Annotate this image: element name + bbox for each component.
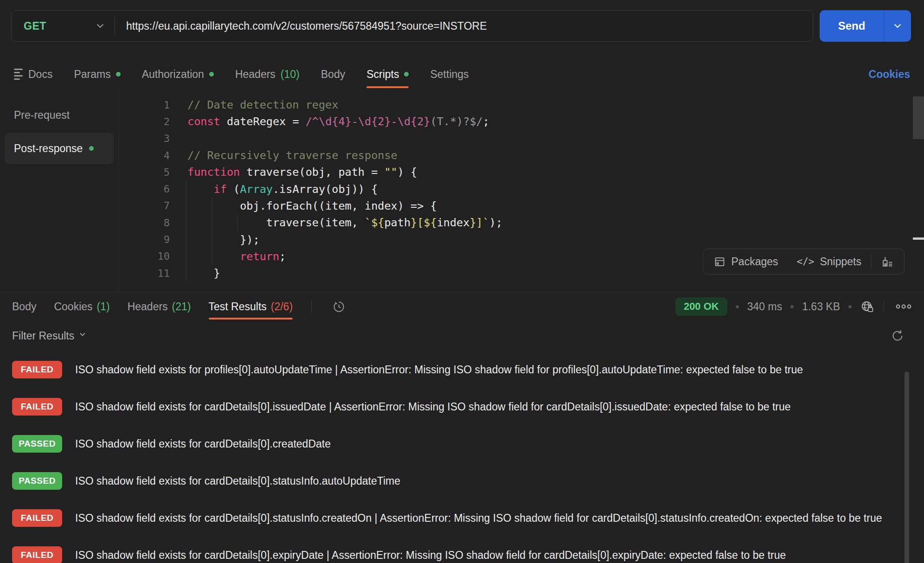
send-button[interactable]: Send (820, 10, 911, 42)
tab-settings[interactable]: Settings (430, 59, 468, 89)
editor-scroll-indicator[interactable] (913, 237, 924, 240)
test-status-badge: FAILED (12, 546, 62, 563)
network-info-icon[interactable] (860, 300, 874, 314)
code-text: traverse(item, `${path}[${index}]`); (187, 216, 502, 229)
send-label: Send (820, 19, 884, 32)
tab-headers[interactable]: Headers (10) (235, 59, 300, 89)
sidebar-item-post-response[interactable]: Post-response (5, 133, 114, 164)
cookies-count: (1) (97, 301, 110, 313)
test-result-row: FAILEDISO shadow field exists for cardDe… (12, 388, 896, 425)
url-input[interactable] (115, 11, 813, 41)
test-status-badge: PASSED (12, 435, 62, 453)
filter-results-dropdown[interactable]: Filter Results (12, 330, 74, 342)
response-tabs: Body Cookies (1) Headers (21) Test Resul… (12, 293, 346, 320)
tab-body[interactable]: Body (321, 59, 345, 89)
code-line: 4// Recursively traverse response (119, 147, 924, 164)
package-icon (713, 256, 726, 268)
code-editor[interactable]: 1// Date detection regex2const dateRegex… (119, 89, 924, 292)
test-results-list: FAILEDISO shadow field exists for profil… (0, 351, 924, 563)
code-line: 3 (119, 130, 924, 147)
test-status-badge: FAILED (12, 509, 62, 527)
tab-response-cookies[interactable]: Cookies (1) (54, 293, 109, 320)
editor-scrollbar[interactable] (913, 89, 924, 292)
indent-guide (212, 214, 212, 231)
code-text: obj.forEach((item, index) => { (187, 199, 437, 212)
sidebar-item-pre-request[interactable]: Pre-request (5, 103, 114, 127)
chevron-down-icon (97, 21, 103, 28)
tab-response-headers[interactable]: Headers (21) (128, 293, 191, 320)
line-number: 3 (119, 133, 170, 144)
test-result-row: FAILEDISO shadow field exists for cardDe… (12, 499, 896, 537)
tab-params[interactable]: Params (74, 59, 120, 89)
separator-dot (790, 305, 794, 308)
test-result-row: PASSEDISO shadow field exists for cardDe… (12, 462, 896, 499)
test-result-row: PASSEDISO shadow field exists for cardDe… (12, 425, 896, 462)
tidy-code-button[interactable] (880, 255, 894, 269)
response-status-group: 200 OK 340 ms 1.63 KB (675, 297, 912, 316)
api-client-window: GET Send Docs Params Authorization (0, 0, 924, 563)
code-line: 9 }); (119, 231, 924, 248)
snippets-button[interactable]: Snippets (820, 256, 861, 268)
modified-dot (404, 72, 409, 77)
tab-label: Authorization (142, 68, 204, 81)
request-tabs: Docs Params Authorization Headers (10) B… (0, 59, 924, 89)
response-panel: Body Cookies (1) Headers (21) Test Resul… (0, 292, 924, 563)
history-button[interactable] (332, 300, 346, 313)
tab-label: Docs (28, 68, 52, 81)
code-text: // Date detection regex (187, 98, 338, 111)
indent-guide (212, 231, 212, 248)
tab-label: Scripts (366, 68, 399, 81)
response-toolbar: Body Cookies (1) Headers (21) Test Resul… (0, 293, 924, 320)
tab-scripts[interactable]: Scripts (366, 59, 409, 89)
code-line: 7 obj.forEach((item, index) => { (119, 198, 924, 214)
tab-response-body[interactable]: Body (12, 293, 36, 320)
request-bar: GET Send (11, 10, 911, 42)
test-status-badge: FAILED (12, 398, 62, 416)
editor-tools-pill: Packages </> Snippets (703, 249, 905, 275)
separator-dot (848, 305, 852, 308)
line-number: 4 (119, 150, 170, 161)
code-line: 6 if (Array.isArray(obj)) { (119, 180, 924, 197)
scripts-sidebar: Pre-request Post-response (0, 89, 119, 292)
packages-button[interactable]: Packages (732, 256, 778, 268)
sidebar-item-label: Post-response (14, 142, 83, 155)
editor-scroll-thumb[interactable] (913, 96, 924, 139)
test-result-text: ISO shadow field exists for cardDetails[… (75, 549, 786, 562)
tab-docs[interactable]: Docs (14, 59, 52, 89)
code-line: 2const dateRegex = /^\d{4}-\d{2}-\d{2}(T… (119, 113, 924, 130)
refresh-button[interactable] (891, 329, 905, 343)
test-result-text: ISO shadow field exists for cardDetails[… (75, 512, 882, 525)
line-number: 6 (119, 183, 170, 195)
code-text: } (187, 267, 220, 280)
indent-guide (212, 198, 212, 214)
code-line: 5function traverse(obj, path = "") { (119, 164, 924, 180)
method-label: GET (24, 20, 46, 32)
line-number: 10 (119, 250, 170, 262)
code-text: if (Array.isArray(obj)) { (187, 183, 378, 196)
tab-test-results[interactable]: Test Results (2/6) (209, 293, 293, 320)
divider (884, 300, 884, 313)
chevron-down-icon (894, 21, 901, 28)
test-result-text: ISO shadow field exists for profiles[0].… (75, 364, 803, 376)
method-selector[interactable]: GET (12, 11, 115, 41)
results-scroll-thumb[interactable] (905, 371, 909, 563)
line-number: 9 (119, 234, 170, 245)
tab-label: Cookies (54, 301, 92, 313)
test-result-row: FAILEDISO shadow field exists for profil… (12, 351, 896, 388)
tab-authorization[interactable]: Authorization (142, 59, 214, 89)
indent-guide (186, 231, 186, 248)
more-options-button[interactable] (895, 301, 912, 312)
test-status-badge: PASSED (12, 472, 62, 490)
code-line: 8 traverse(item, `${path}[${index}]`); (119, 214, 924, 231)
test-result-text: ISO shadow field exists for cardDetails[… (75, 401, 791, 413)
tab-label: Body (12, 301, 36, 313)
indent-guide (186, 265, 186, 282)
send-options-button[interactable] (884, 24, 911, 28)
tab-label: Body (321, 68, 345, 81)
chevron-down-icon (80, 331, 85, 336)
code-snippets-icon: </> (797, 256, 815, 267)
cookies-link[interactable]: Cookies (869, 68, 910, 81)
status-badge[interactable]: 200 OK (675, 297, 727, 316)
line-number: 1 (119, 99, 170, 111)
docs-icon (14, 69, 23, 80)
